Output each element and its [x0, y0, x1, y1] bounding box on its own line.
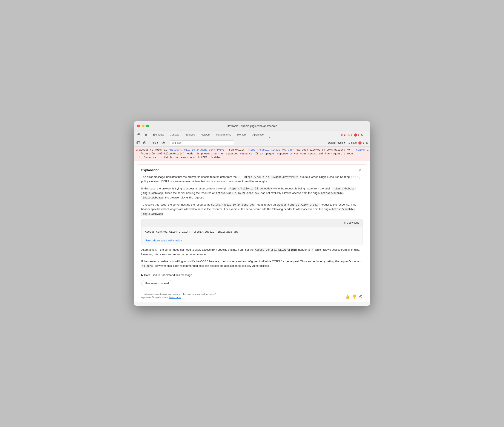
explanation-para3: To resolve this issue, the server hostin…	[141, 203, 363, 216]
copy-icon: ⎘	[344, 221, 346, 225]
issue-warning-icon: 🔴	[358, 141, 362, 145]
close-button[interactable]	[137, 125, 140, 127]
error-circle-icon: ⊗	[341, 133, 344, 137]
toolbar-divider	[149, 141, 150, 145]
report-icon[interactable]: ⏱	[359, 295, 363, 299]
disclaimer-area: This feature may display inaccurate or o…	[137, 290, 367, 302]
console-settings-icon[interactable]: ⚙	[366, 141, 369, 145]
error-count: 2	[344, 134, 346, 136]
svg-rect-3	[144, 134, 146, 136]
svg-point-10	[163, 142, 164, 143]
issue-badge-count: 1	[362, 141, 364, 144]
svg-rect-0	[137, 134, 138, 135]
filter-icon	[172, 142, 174, 144]
svg-rect-1	[138, 134, 140, 135]
more-options-icon[interactable]: ⋮	[365, 133, 369, 137]
maximize-button[interactable]	[146, 125, 149, 127]
warning-badge[interactable]: ⚠ 1	[347, 133, 352, 137]
filter-area[interactable]: Filter	[170, 140, 234, 145]
origin-code1: https://hello-io-24.deno.dev	[228, 187, 273, 191]
minimize-button[interactable]	[142, 125, 144, 127]
toolbar-divider-2	[168, 141, 168, 145]
feedback-icons: 👍 👎 ⏱	[345, 294, 363, 299]
tab-console[interactable]: Console	[167, 131, 182, 139]
window-title: DevTools - bubble-jingle.web.app/search	[227, 124, 277, 128]
levels-label: Default levels	[328, 141, 343, 144]
eye-btn[interactable]	[160, 140, 166, 146]
traffic-lights	[137, 125, 149, 127]
error-url2-link[interactable]: https://bubble-jingle.web.app	[248, 148, 293, 152]
data-section-label: ▶ Data used to understand this message	[141, 273, 192, 277]
issues-label: 1 Issue:	[348, 141, 357, 144]
tab-performance[interactable]: Performance	[213, 131, 234, 139]
close-explanation-btn[interactable]: ✕	[358, 168, 363, 173]
tabs: Elements Console Sources Network Perform…	[150, 131, 271, 139]
issue-icon: 🔴	[354, 133, 357, 137]
url-code1: https://hello-io-24.deno.dev/?lvl=1	[244, 175, 299, 179]
title-bar: DevTools - bubble-jingle.web.app/search	[134, 121, 370, 131]
data-section-toggle[interactable]: ▶ Data used to understand this message	[141, 271, 363, 279]
nocors-code: no-cors	[141, 264, 153, 268]
devtools-window: DevTools - bubble-jingle.web.app/search	[134, 121, 370, 306]
error-url1-link[interactable]: https://hello-io-24.deno.dev/?lvl=1	[170, 148, 224, 152]
explanation-header: Explanation ✕	[137, 165, 367, 175]
error-message: Access to fetch at 'https://hello-io-24.…	[139, 148, 355, 160]
tab-bar: Elements Console Sources Network Perform…	[134, 131, 370, 139]
learn-more-link[interactable]: Learn more	[169, 296, 181, 298]
disclaimer-text: This feature may display inaccurate or o…	[141, 293, 223, 299]
header-code2: Access-Control-Allow-Origin	[254, 248, 297, 252]
use-search-area: Use search instead	[141, 279, 363, 286]
error-text-mid: ' from origin '	[224, 148, 248, 152]
error-text-start: Access to fetch at '	[139, 148, 170, 152]
thumbs-down-icon[interactable]: 👎	[352, 294, 357, 299]
explanation-body: The error message indicates that the bro…	[137, 175, 367, 289]
devtools-body: Elements Console Sources Network Perform…	[134, 131, 370, 302]
use-search-btn[interactable]: Use search instead	[141, 280, 173, 286]
svg-rect-2	[137, 135, 138, 136]
levels-dropdown-icon: ▾	[344, 141, 345, 144]
warning-triangle-icon: ⚠	[347, 133, 350, 137]
svg-rect-5	[137, 142, 140, 144]
code-block: ⎘ Copy code Access-Control-Allow-Origin:…	[141, 219, 363, 245]
copy-code-btn[interactable]: ⎘ Copy code	[343, 220, 360, 225]
tab-application[interactable]: Application	[249, 131, 268, 139]
issue-badge[interactable]: 🔴 1	[354, 133, 359, 137]
issue-count: 1	[358, 134, 359, 136]
context-label: top	[152, 141, 156, 144]
server-code2: https://hello-io-24.deno.dev	[211, 203, 255, 207]
error-badge[interactable]: ⊗ 2	[341, 133, 346, 137]
more-tabs-btn[interactable]: »	[268, 136, 271, 139]
sidebar-toggle-btn[interactable]	[135, 140, 141, 146]
caution-link[interactable]: Use code snippets with caution	[142, 237, 362, 245]
copy-label: Copy code	[347, 221, 359, 225]
explanation-para5: If the server is unable or unwilling to …	[141, 259, 363, 268]
tab-memory[interactable]: Memory	[234, 131, 249, 139]
issues-btn[interactable]: 1 Issue: 🔴 1	[348, 141, 364, 145]
context-selector[interactable]: top ▾	[151, 141, 159, 145]
header-code1: Access-Control-Allow-Origin	[277, 203, 320, 207]
explanation-para1: The error message indicates that the bro…	[141, 175, 363, 184]
console-content: ⊗ Access to fetch at 'https://hello-io-2…	[134, 147, 370, 302]
svg-rect-4	[146, 134, 147, 136]
explanation-para2: In this case, the browser is trying to a…	[141, 186, 363, 200]
error-source-link[interactable]: search:1	[356, 148, 369, 152]
device-toggle-btn[interactable]	[142, 132, 148, 138]
levels-selector[interactable]: Default levels ▾	[327, 141, 346, 145]
cursor-icon-btn[interactable]	[135, 132, 141, 138]
filter-label: Filter	[175, 141, 181, 144]
context-dropdown-icon: ▾	[157, 141, 158, 144]
toolbar-right: Default levels ▾ 1 Issue: 🔴 1 ⚙	[327, 141, 369, 145]
tab-sources[interactable]: Sources	[182, 131, 198, 139]
settings-icon[interactable]: ⚙	[361, 133, 364, 137]
explanation-para4: Alternatively, if the server does not ne…	[141, 248, 363, 257]
tab-right-area: ⊗ 2 ⚠ 1 🔴 1 ⚙ ⋮	[341, 133, 369, 137]
tab-elements[interactable]: Elements	[150, 131, 167, 139]
clear-btn[interactable]	[142, 140, 148, 146]
error-row: ⊗ Access to fetch at 'https://hello-io-2…	[134, 147, 370, 161]
tab-network[interactable]: Network	[198, 131, 213, 139]
thumbs-up-icon[interactable]: 👍	[345, 294, 350, 299]
server-code1: https://hello-io-24.deno.dev	[215, 191, 260, 195]
tab-icons	[135, 132, 148, 138]
code-block-header: ⎘ Copy code	[142, 219, 362, 227]
origin-code4: https://bubble-jingle.web.app	[141, 208, 355, 216]
